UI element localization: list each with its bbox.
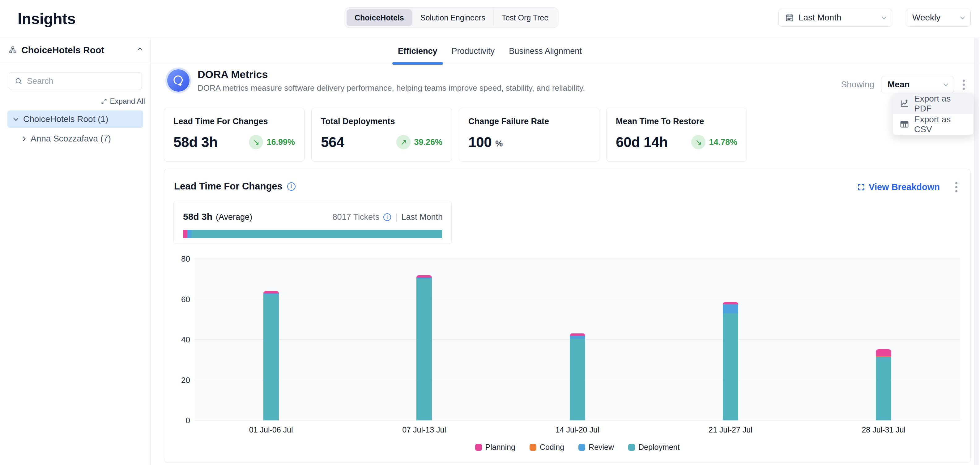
period-select[interactable]: Last Month bbox=[778, 9, 892, 27]
bar-segment-deployment bbox=[417, 279, 432, 420]
chart-section-title: Lead Time For Changes bbox=[174, 181, 283, 192]
expand-all-icon bbox=[101, 98, 107, 105]
gridline-y80 bbox=[194, 259, 960, 259]
main-tabbar: Efficiency Productivity Business Alignme… bbox=[151, 38, 980, 64]
dora-cycle-icon bbox=[165, 67, 191, 94]
dora-title: DORA Metrics bbox=[197, 69, 585, 80]
bar-segment-deployment bbox=[723, 313, 738, 420]
dora-subtitle: DORA metrics measure software delivery p… bbox=[197, 83, 585, 93]
card-value: 58d 3h bbox=[173, 134, 218, 150]
chart-export-icon bbox=[900, 99, 909, 109]
legend-item-deployment[interactable]: Deployment bbox=[628, 443, 679, 452]
lead-time-summary-card: 58d 3h (Average) 8017 Tickets i | Last M… bbox=[173, 201, 452, 244]
legend-swatch bbox=[628, 444, 635, 451]
chart-y-axis-labels: 020406080 bbox=[164, 259, 190, 420]
chevron-down-icon bbox=[960, 14, 965, 19]
x-tick-label: 01 Jul-06 Jul bbox=[249, 425, 293, 435]
granularity-select[interactable]: Weekly bbox=[906, 9, 971, 27]
view-breakdown-button[interactable]: View Breakdown bbox=[857, 182, 940, 192]
calendar-icon bbox=[785, 13, 794, 22]
card-change-failure-rate: Change Failure Rate 100 % bbox=[459, 108, 600, 161]
stacked-bar-07 Jul-13 Jul[interactable] bbox=[417, 275, 432, 420]
legend-item-planning[interactable]: Planning bbox=[475, 443, 515, 452]
main-content: Efficiency Productivity Business Alignme… bbox=[151, 38, 980, 465]
legend-item-coding[interactable]: Coding bbox=[530, 443, 564, 452]
tree-item-choicehotels-root[interactable]: ChoiceHotels Root (1) bbox=[8, 110, 143, 128]
search-input[interactable]: Search bbox=[9, 72, 142, 90]
bar-segment-planning bbox=[417, 275, 432, 278]
org-tree-icon bbox=[9, 46, 17, 54]
card-title: Lead Time For Changes bbox=[173, 117, 295, 126]
insights-page: Insights ChoiceHotels Solution Engineers… bbox=[0, 0, 980, 465]
info-icon[interactable]: i bbox=[287, 182, 296, 191]
org-tab-test-org-tree[interactable]: Test Org Tree bbox=[493, 9, 557, 26]
export-pdf-label: Export as PDF bbox=[914, 94, 966, 113]
gridline-y60 bbox=[194, 299, 960, 299]
tab-business-alignment[interactable]: Business Alignment bbox=[509, 38, 582, 64]
chart-plot-area bbox=[194, 259, 960, 420]
app-header: Insights ChoiceHotels Solution Engineers… bbox=[0, 0, 980, 38]
stacked-bar-01 Jul-06 Jul[interactable] bbox=[263, 291, 279, 420]
chevron-right-icon[interactable] bbox=[21, 136, 26, 141]
y-tick-label: 40 bbox=[181, 335, 190, 345]
view-breakdown-label: View Breakdown bbox=[869, 182, 940, 192]
stacked-bar-21 Jul-27 Jul[interactable] bbox=[723, 302, 738, 420]
chart-section-actions: View Breakdown bbox=[857, 180, 959, 194]
stacked-bar-14 Jul-20 Jul[interactable] bbox=[570, 334, 585, 420]
trend-delta: 14.78% bbox=[709, 137, 737, 147]
phase-segment-review bbox=[187, 230, 192, 238]
trend-badge: ↘ 16.99% bbox=[249, 135, 295, 149]
tab-productivity[interactable]: Productivity bbox=[452, 38, 495, 64]
dora-kebab-menu-button[interactable] bbox=[961, 78, 967, 92]
legend-swatch bbox=[530, 444, 536, 451]
card-title: Total Deployments bbox=[321, 117, 442, 126]
y-tick-label: 60 bbox=[181, 294, 190, 304]
bar-segment-planning bbox=[570, 334, 585, 336]
card-value: 60d 14h bbox=[616, 134, 668, 150]
legend-label: Planning bbox=[485, 443, 515, 452]
phase-distribution-bar bbox=[183, 230, 442, 238]
org-tab-group: ChoiceHotels Solution Engineers Test Org… bbox=[345, 8, 558, 28]
showing-select[interactable]: Mean bbox=[881, 76, 954, 93]
bar-segment-deployment bbox=[876, 357, 891, 420]
chart-x-axis-labels: 01 Jul-06 Jul07 Jul-13 Jul14 Jul-20 Jul2… bbox=[194, 425, 960, 436]
tab-efficiency[interactable]: Efficiency bbox=[398, 38, 438, 64]
search-placeholder: Search bbox=[27, 77, 54, 86]
phase-segment-deployment bbox=[192, 230, 442, 238]
period-select-value: Last Month bbox=[799, 13, 842, 22]
info-icon[interactable]: i bbox=[383, 213, 391, 221]
org-tab-choicehotels[interactable]: ChoiceHotels bbox=[347, 9, 412, 26]
tree-item-label: ChoiceHotels Root (1) bbox=[23, 114, 108, 124]
y-tick-label: 0 bbox=[186, 416, 190, 425]
vertical-scrollbar[interactable] bbox=[974, 38, 979, 465]
trend-badge: ↗ 39.26% bbox=[396, 135, 442, 149]
export-pdf-menu-item[interactable]: Export as PDF bbox=[893, 93, 973, 114]
org-tab-solution-engineers[interactable]: Solution Engineers bbox=[412, 9, 493, 26]
x-tick-label: 14 Jul-20 Jul bbox=[555, 425, 600, 435]
sidebar-header: ChoiceHotels Root bbox=[0, 38, 150, 62]
chart-kebab-menu-button[interactable] bbox=[953, 180, 959, 194]
bar-segment-deployment bbox=[263, 294, 279, 420]
card-unit: % bbox=[495, 139, 503, 149]
summary-divider: | bbox=[395, 212, 397, 222]
x-tick-label: 21 Jul-27 Jul bbox=[709, 425, 752, 435]
legend-label: Review bbox=[589, 443, 614, 452]
export-menu: Export as PDF Export as CSV bbox=[892, 93, 974, 135]
export-csv-menu-item[interactable]: Export as CSV bbox=[893, 114, 973, 135]
summary-value: 58d 3h bbox=[183, 211, 212, 222]
card-total-deployments: Total Deployments 564 ↗ 39.26% bbox=[311, 108, 452, 161]
header-controls: Last Month Weekly bbox=[778, 9, 971, 27]
legend-label: Coding bbox=[540, 443, 564, 452]
chevron-down-icon bbox=[882, 14, 887, 19]
sidebar-collapse-button[interactable] bbox=[138, 47, 142, 53]
legend-item-review[interactable]: Review bbox=[578, 443, 614, 452]
chevron-down-icon bbox=[943, 81, 948, 86]
export-csv-label: Export as CSV bbox=[914, 115, 966, 134]
expand-all-button[interactable]: Expand All bbox=[101, 97, 145, 105]
legend-label: Deployment bbox=[638, 443, 679, 452]
card-value: 100 bbox=[468, 134, 492, 150]
bar-segment-planning bbox=[263, 291, 279, 294]
tree-item-anna-scozzafava[interactable]: Anna Scozzafava (7) bbox=[22, 131, 111, 147]
stacked-bar-28 Jul-31 Jul[interactable] bbox=[876, 349, 891, 420]
chevron-down-icon[interactable] bbox=[14, 116, 19, 121]
